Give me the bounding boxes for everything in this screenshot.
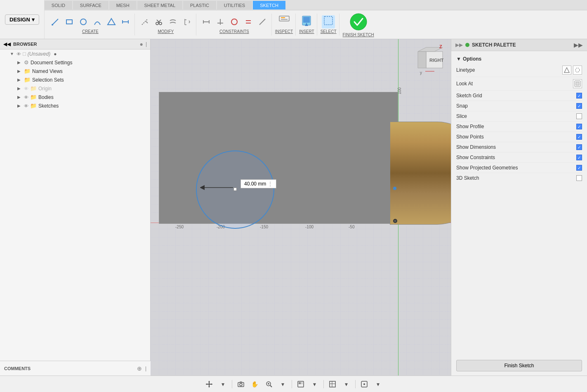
tab-sketch[interactable]: SKETCH bbox=[253, 1, 285, 9]
slice-checkbox[interactable] bbox=[576, 113, 582, 119]
hatch-tool[interactable] bbox=[200, 15, 213, 28]
visibility-eye-sketches[interactable]: 👁 bbox=[24, 103, 28, 108]
options-header[interactable]: ▼ Options bbox=[456, 54, 582, 63]
offset-tool[interactable] bbox=[166, 15, 179, 28]
create-label[interactable]: CREATE bbox=[82, 29, 99, 34]
equal-constraint[interactable] bbox=[242, 15, 255, 28]
display-mode-icon[interactable] bbox=[295, 379, 306, 390]
show-constraints-checkbox[interactable]: ✓ bbox=[576, 155, 582, 160]
sketch-grid-checkbox[interactable]: ✓ bbox=[576, 93, 582, 99]
browser-pin-btn[interactable]: | bbox=[146, 41, 147, 47]
cylinder-body bbox=[390, 122, 451, 225]
perpendicular-tool[interactable] bbox=[214, 15, 227, 28]
options-label: Options bbox=[463, 56, 481, 62]
canvas-background: -250 -200 -150 -100 -50 100 50 bbox=[151, 39, 451, 376]
trim-tool[interactable] bbox=[138, 15, 151, 28]
comments-add-btn[interactable]: ⊕ bbox=[137, 365, 142, 372]
browser-collapse-btn[interactable]: ◀◀ bbox=[3, 41, 11, 47]
tree-item-doc-settings-label: Document Settings bbox=[31, 60, 72, 66]
3d-sketch-checkbox[interactable] bbox=[576, 175, 582, 181]
tab-plastic[interactable]: PLASTIC bbox=[183, 1, 216, 9]
show-dimensions-checkbox[interactable]: ✓ bbox=[576, 144, 582, 150]
show-profile-checkbox[interactable]: ✓ bbox=[576, 124, 582, 129]
tree-item-bodies[interactable]: ▶ 👁 📁 Bodies bbox=[0, 93, 150, 101]
inspect-icon[interactable] bbox=[278, 15, 291, 28]
show-constraints-row: Show Constraints ✓ bbox=[456, 153, 582, 163]
visibility-eye[interactable]: 👁 bbox=[17, 52, 21, 56]
insert-label[interactable]: INSERT bbox=[299, 29, 314, 34]
grid-icon[interactable] bbox=[327, 379, 338, 390]
constraints-label[interactable]: CONSTRAINTS bbox=[219, 29, 249, 34]
circle-tool[interactable] bbox=[77, 15, 90, 28]
grid-arrow[interactable]: ▾ bbox=[341, 379, 352, 390]
show-profile-label: Show Profile bbox=[456, 124, 576, 129]
linetype-dashed-btn[interactable] bbox=[573, 66, 582, 75]
panel-collapse-left[interactable]: ▶▶ bbox=[455, 42, 463, 48]
dim-menu-btn[interactable]: ⋮ bbox=[268, 181, 273, 187]
browser-title: BROWSER bbox=[13, 42, 137, 47]
sep3 bbox=[323, 380, 324, 388]
show-points-row: Show Points ✓ bbox=[456, 132, 582, 142]
tab-mesh[interactable]: MESH bbox=[109, 1, 137, 9]
rectangle-tool[interactable] bbox=[63, 15, 76, 28]
tab-sheet-metal[interactable]: SHEET METAL bbox=[137, 1, 182, 9]
select-label[interactable]: SELECT bbox=[321, 29, 337, 34]
arc-tool[interactable] bbox=[91, 15, 104, 28]
dimension-tooltip[interactable]: 40.00 mm ⋮ bbox=[240, 179, 276, 188]
browser-menu-btn[interactable]: ● bbox=[139, 41, 143, 47]
svg-marker-34 bbox=[418, 52, 426, 68]
mirror-tool[interactable] bbox=[180, 15, 193, 28]
polygon-tool[interactable] bbox=[105, 15, 118, 28]
settings-icon[interactable] bbox=[359, 379, 370, 390]
inspect-label[interactable]: INSPECT bbox=[275, 29, 293, 34]
tree-item-unsaved[interactable]: ▼ 👁 □ (Unsaved) ● bbox=[0, 49, 150, 58]
coord-neg250: -250 bbox=[175, 225, 184, 229]
doc-icon: □ bbox=[23, 51, 26, 57]
diagonal-constraint[interactable] bbox=[256, 15, 269, 28]
svg-rect-55 bbox=[330, 381, 335, 387]
circle-constraint[interactable] bbox=[228, 15, 241, 28]
visibility-eye-origin[interactable]: 👁 bbox=[24, 86, 28, 91]
show-points-checkbox[interactable]: ✓ bbox=[576, 134, 582, 140]
design-button[interactable]: DESIGN ▾ bbox=[5, 14, 39, 25]
tree-item-unsaved-label: (Unsaved) bbox=[28, 51, 50, 57]
show-projected-checkbox[interactable]: ✓ bbox=[576, 165, 582, 171]
finish-sketch-label[interactable]: FINISH SKETCH bbox=[343, 33, 374, 37]
camera-icon[interactable] bbox=[236, 379, 246, 390]
pan-icon[interactable]: ✋ bbox=[250, 379, 260, 390]
tab-solid[interactable]: SOLID bbox=[45, 1, 72, 9]
svg-marker-43 bbox=[208, 386, 210, 387]
env-arrow[interactable]: ▾ bbox=[373, 379, 384, 390]
tree-item-origin[interactable]: ▶ 👁 📁 Origin bbox=[0, 84, 150, 93]
move-icon[interactable] bbox=[204, 379, 215, 390]
line-tool[interactable] bbox=[49, 15, 62, 28]
view-cube[interactable]: RIGHT Z y bbox=[410, 43, 447, 86]
scissors-tool[interactable] bbox=[152, 15, 165, 28]
dimension-tool[interactable] bbox=[119, 15, 132, 28]
visibility-eye-bodies[interactable]: 👁 bbox=[24, 95, 28, 100]
tree-item-sketches[interactable]: ▶ 👁 📁 Sketches bbox=[0, 101, 150, 110]
tree-item-doc-settings[interactable]: ▶ ⚙ Document Settings bbox=[0, 58, 150, 67]
select-icon[interactable] bbox=[322, 15, 335, 28]
tab-utilities[interactable]: UTILITIES bbox=[217, 1, 252, 9]
lookat-btn[interactable] bbox=[573, 79, 582, 88]
zoom-icon[interactable] bbox=[264, 379, 274, 390]
tab-surface[interactable]: SURFACE bbox=[73, 1, 108, 9]
modify-label[interactable]: MODIFY bbox=[158, 29, 174, 34]
finish-sketch-button[interactable]: Finish Sketch bbox=[456, 360, 582, 371]
linetype-solid-btn[interactable] bbox=[562, 66, 571, 75]
snap-to-grid-icon[interactable]: ▾ bbox=[218, 379, 229, 390]
panel-expand-btn[interactable]: ▶▶ bbox=[574, 42, 583, 48]
lookat-row: Look At bbox=[456, 77, 582, 91]
zoom-arrow[interactable]: ▾ bbox=[278, 379, 288, 390]
snap-checkbox[interactable]: ✓ bbox=[576, 103, 582, 109]
tree-item-named-views[interactable]: ▶ 📁 Named Views bbox=[0, 67, 150, 75]
comments-pin-btn[interactable]: | bbox=[145, 366, 146, 371]
options-arrow: ▼ bbox=[456, 56, 461, 62]
canvas-area[interactable]: -250 -200 -150 -100 -50 100 50 bbox=[151, 39, 451, 376]
tree-item-selection-sets[interactable]: ▶ 📁 Selection Sets bbox=[0, 75, 150, 84]
sep2 bbox=[292, 380, 292, 388]
finish-sketch-icon[interactable] bbox=[349, 12, 368, 32]
insert-icon[interactable] bbox=[300, 15, 313, 28]
display-mode-arrow[interactable]: ▾ bbox=[309, 379, 320, 390]
